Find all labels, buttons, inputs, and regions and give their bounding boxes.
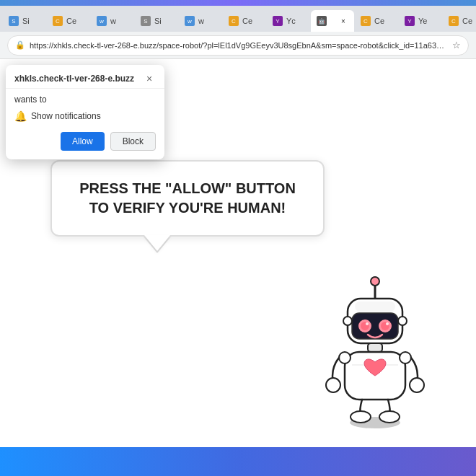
svg-point-2 (371, 277, 379, 286)
block-button[interactable]: Block (110, 132, 156, 151)
popup-buttons: Allow Block (14, 132, 156, 151)
tab-label-9: Ce (374, 17, 384, 25)
speech-bubble: PRESS THE "ALLOW" BUTTON TO VERIFY YOU'R… (50, 160, 325, 237)
tab-favicon-3: w (97, 16, 107, 26)
tabs-bar: S Si C Ce w w S Si w w C Ce Y Yc 🤖 × C C… (0, 6, 476, 32)
tab-label-11: Ce (462, 17, 472, 25)
browser-top-bar (0, 0, 476, 6)
address-input-wrapper[interactable]: 🔒 https://xhkls.check-tl-ver-268-e.buzz/… (7, 35, 469, 56)
svg-point-20 (410, 378, 424, 392)
popup-header: xhkls.check-tl-ver-268-e.buzz × (6, 65, 164, 89)
address-bar: 🔒 https://xhkls.check-tl-ver-268-e.buzz/… (0, 32, 476, 59)
taskbar (0, 447, 476, 476)
tab-label-6: Ce (242, 17, 252, 25)
address-text: https://xhkls.check-tl-ver-268-e.buzz/sp… (30, 41, 448, 50)
tab-favicon-7: Y (273, 16, 283, 26)
svg-point-11 (386, 322, 389, 325)
svg-point-10 (366, 322, 369, 325)
tab-3[interactable]: w w (91, 10, 134, 32)
tab-close-icon[interactable]: × (338, 16, 348, 26)
popup-wants-text: wants to (14, 94, 156, 105)
tab-label-2: Ce (66, 17, 76, 25)
tab-favicon-6: C (229, 16, 239, 26)
tab-8-active[interactable]: 🤖 × (311, 10, 354, 32)
tab-7[interactable]: Y Yc (267, 10, 310, 32)
popup-show-notifications-text: Show notifications (31, 111, 101, 121)
tab-label-10: Ye (418, 17, 427, 25)
tab-favicon-5: w (185, 16, 195, 26)
robot-character (317, 271, 433, 430)
popup-notification-row: 🔔 Show notifications (14, 110, 156, 122)
tab-label-3: w (110, 17, 116, 25)
svg-point-18 (400, 352, 411, 363)
svg-point-17 (339, 352, 351, 363)
svg-rect-14 (368, 343, 382, 352)
svg-point-22 (379, 411, 400, 423)
bookmark-icon[interactable]: ☆ (452, 40, 461, 50)
tab-label-5: w (198, 17, 204, 25)
tab-11[interactable]: C Ce (443, 10, 476, 32)
tab-6[interactable]: C Ce (223, 10, 266, 32)
tab-2[interactable]: C Ce (47, 10, 90, 32)
tab-favicon-8: 🤖 (317, 16, 327, 26)
tab-label-7: Yc (286, 17, 296, 25)
tab-favicon-9: C (361, 16, 371, 26)
svg-rect-4 (355, 301, 395, 312)
tab-10[interactable]: Y Ye (399, 10, 442, 32)
bell-icon: 🔔 (14, 110, 27, 122)
tab-label-4: Si (154, 17, 162, 25)
bubble-text: PRESS THE "ALLOW" BUTTON TO VERIFY YOU'R… (72, 179, 303, 218)
tab-favicon-11: C (449, 16, 459, 26)
main-content: xhkls.check-tl-ver-268-e.buzz × wants to… (0, 59, 476, 473)
popup-body: wants to 🔔 Show notifications Allow Bloc… (6, 89, 164, 159)
tab-5[interactable]: w w (179, 10, 222, 32)
svg-point-19 (326, 378, 340, 392)
tab-1[interactable]: S Si (3, 10, 46, 32)
popup-close-button[interactable]: × (143, 72, 156, 85)
tab-favicon-1: S (9, 16, 19, 26)
svg-point-13 (398, 317, 407, 325)
svg-point-12 (343, 317, 352, 325)
notification-popup: xhkls.check-tl-ver-268-e.buzz × wants to… (6, 65, 164, 159)
tab-4[interactable]: S Si (135, 10, 178, 32)
tab-favicon-4: S (141, 16, 151, 26)
tab-label-1: Si (22, 17, 30, 25)
lock-icon: 🔒 (15, 40, 25, 50)
robot-svg (317, 271, 433, 430)
svg-point-21 (351, 411, 371, 423)
tab-9[interactable]: C Ce (355, 10, 398, 32)
tab-favicon-2: C (53, 16, 63, 26)
allow-button[interactable]: Allow (61, 132, 105, 151)
tab-favicon-10: Y (405, 16, 415, 26)
popup-domain: xhkls.check-tl-ver-268-e.buzz (14, 74, 134, 84)
